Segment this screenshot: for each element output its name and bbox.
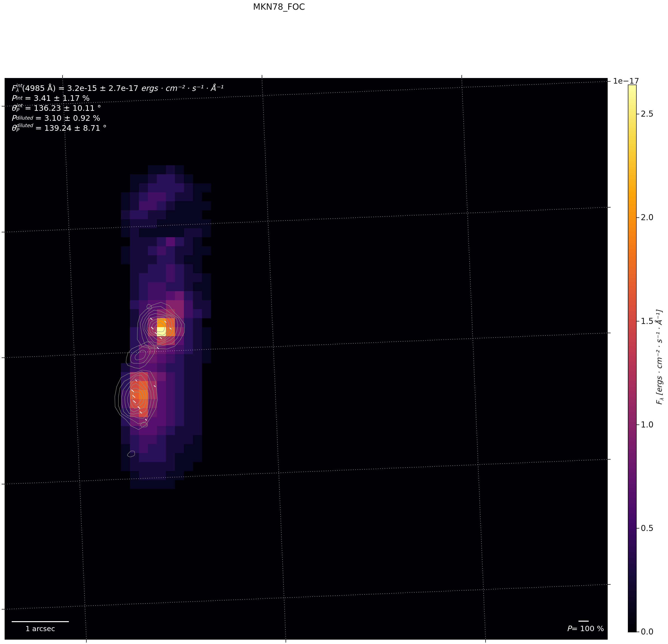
polarimetry-annotations: Fintλ(4985 Å) = 3.2e-15 ± 2.7e-17 ergs ·… <box>11 83 223 133</box>
value-text: = 139.24 ± 8.71 ° <box>33 124 107 133</box>
symbol: P <box>11 113 16 123</box>
symbol: F <box>11 83 16 93</box>
arcsec-scalebar-label: 1 arcsec <box>12 625 69 633</box>
sup: diluted <box>16 116 33 120</box>
value-text: = 136.23 ± 10.11 ° <box>22 104 101 113</box>
colorbar <box>628 84 637 632</box>
symbol: P <box>567 624 572 633</box>
colorbar-tick-label: 1.0 <box>641 420 653 429</box>
sub: P <box>16 128 33 132</box>
symbol: θ <box>11 104 16 113</box>
units-text: ergs · cm⁻² · s⁻¹ · Å⁻¹ <box>141 83 223 93</box>
value-text: = 3.41 ± 1.17 % <box>22 94 90 103</box>
colorbar-tick-label: 0.5 <box>641 523 653 533</box>
value-text: (4985 Å) = 3.2e-15 ± 2.7e-17 <box>22 83 141 93</box>
sub: λ <box>16 88 22 93</box>
annotation-flux: Fintλ(4985 Å) = 3.2e-15 ± 2.7e-17 ergs ·… <box>11 83 223 94</box>
colorbar-tick-label: 2.5 <box>641 109 653 119</box>
sup: int <box>16 96 22 100</box>
polarization-reference-bar <box>578 621 589 622</box>
colorbar-tick-label: 2.0 <box>641 213 653 222</box>
colorbar-tick-label: 1.5 <box>641 316 653 326</box>
annotation-theta-diluted: θdilutedP = 139.24 ± 8.71 ° <box>11 124 223 133</box>
sup-sub: int <box>16 96 22 100</box>
arcsec-scalebar <box>12 621 69 622</box>
polarization-reference-label: P= 100 % <box>567 624 604 633</box>
colorbar-axis-label: Fλ [ergs · cm⁻² · s⁻¹ · Å⁻¹] <box>655 310 665 405</box>
sup-sub: intλ <box>16 83 22 93</box>
symbol: θ <box>11 124 16 133</box>
symbol: F <box>655 401 663 405</box>
sup-sub: intP <box>16 103 22 112</box>
value-text: = 100 % <box>572 624 604 633</box>
figure-root: MKN78_FOC Fintλ(4985 Å) = 3.2e-15 ± 2.7e… <box>0 0 668 644</box>
sup-sub: diluted <box>16 116 33 120</box>
figure-title: MKN78_FOC <box>5 2 553 12</box>
value-text: = 3.10 ± 0.92 % <box>33 113 100 123</box>
sub: P <box>16 108 22 112</box>
symbol: P <box>11 94 16 103</box>
annotation-p-diluted: Pdiluted = 3.10 ± 0.92 % <box>11 113 223 124</box>
annotation-theta-int: θintP = 136.23 ± 10.11 ° <box>11 104 223 113</box>
annotation-p-int: Pint = 3.41 ± 1.17 % <box>11 94 223 104</box>
sup-sub: dilutedP <box>16 123 33 132</box>
colorbar-offset-label: 1e−17 <box>613 76 639 85</box>
colorbar-tick-label: 0.0 <box>641 627 653 637</box>
units-text: [ergs · cm⁻² · s⁻¹ · Å⁻¹] <box>655 310 663 398</box>
sub: λ <box>659 398 665 401</box>
